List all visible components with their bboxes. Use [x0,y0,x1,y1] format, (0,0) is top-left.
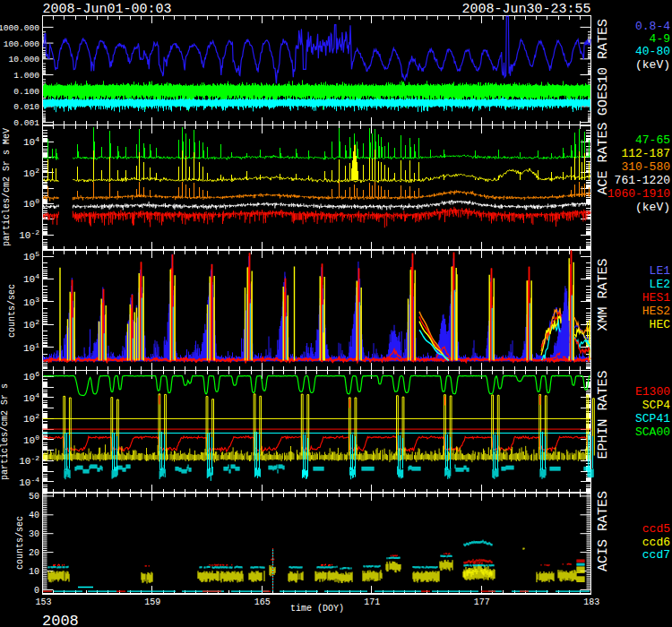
svg-text:100.000: 100.000 [4,39,40,49]
svg-text:40-80: 40-80 [635,45,670,58]
svg-text:2008-Jun30-23:55: 2008-Jun30-23:55 [461,2,590,17]
svg-text:159: 159 [144,597,160,607]
svg-text:2008: 2008 [42,613,79,627]
svg-text:4-9: 4-9 [650,32,670,46]
svg-text:183: 183 [583,597,599,607]
svg-text:0.001: 0.001 [13,118,39,128]
svg-text:0.100: 0.100 [13,87,39,97]
svg-text:SCA00: SCA00 [635,425,670,439]
svg-text:30: 30 [29,529,39,539]
svg-text:ccd5: ccd5 [642,522,670,536]
svg-text:1000.000: 1000.000 [0,23,39,33]
svg-text:ACIS RATES: ACIS RATES [596,491,611,571]
svg-text:310-580: 310-580 [621,160,670,174]
svg-text:counts/sec: counts/sec [15,516,25,570]
svg-text:particles/cm2 Sr s MeV: particles/cm2 Sr s MeV [2,128,12,246]
svg-text:HES2: HES2 [642,305,670,318]
svg-text:153: 153 [35,597,51,607]
svg-text:time (DOY): time (DOY) [290,604,344,614]
svg-text:SCP4: SCP4 [642,399,670,412]
svg-text:ccd7: ccd7 [642,548,670,562]
svg-text:0: 0 [34,586,39,596]
svg-text:0.8-4: 0.8-4 [635,20,670,33]
svg-text:LE1: LE1 [650,264,671,278]
svg-text:ccd6: ccd6 [642,536,670,549]
svg-text:E1300: E1300 [635,385,670,399]
svg-text:50: 50 [29,492,39,502]
svg-text:761-1220: 761-1220 [615,174,670,187]
svg-text:LE2: LE2 [650,278,670,291]
svg-text:177: 177 [474,597,490,607]
svg-text:XMM RATES: XMM RATES [596,258,611,331]
svg-text:EPHIN RATES: EPHIN RATES [596,370,611,459]
svg-text:40: 40 [29,511,39,520]
svg-text:165: 165 [254,597,271,607]
svg-text:112-187: 112-187 [621,147,670,160]
svg-text:SCP41: SCP41 [635,412,670,425]
svg-text:counts/sec: counts/sec [7,284,17,338]
svg-text:47-65: 47-65 [635,133,670,147]
svg-text:10: 10 [29,567,39,577]
svg-text:HEC: HEC [650,318,671,331]
svg-text:particles/cm2 Sr s: particles/cm2 Sr s [0,383,10,480]
svg-text:ACE RATES: ACE RATES [596,122,611,194]
svg-text:2008-Jun01-00:03: 2008-Jun01-00:03 [43,2,172,17]
svg-text:1060-1910: 1060-1910 [607,187,670,201]
svg-text:171: 171 [364,597,380,607]
svg-text:(keV): (keV) [635,201,670,214]
svg-text:10.000: 10.000 [8,55,39,64]
svg-text:HES1: HES1 [642,291,670,305]
svg-text:GOES10 RATES: GOES10 RATES [596,19,611,116]
svg-text:20: 20 [29,548,39,558]
svg-text:(keV): (keV) [635,58,670,72]
svg-text:1.000: 1.000 [13,71,39,81]
svg-text:0.010: 0.010 [13,102,39,112]
